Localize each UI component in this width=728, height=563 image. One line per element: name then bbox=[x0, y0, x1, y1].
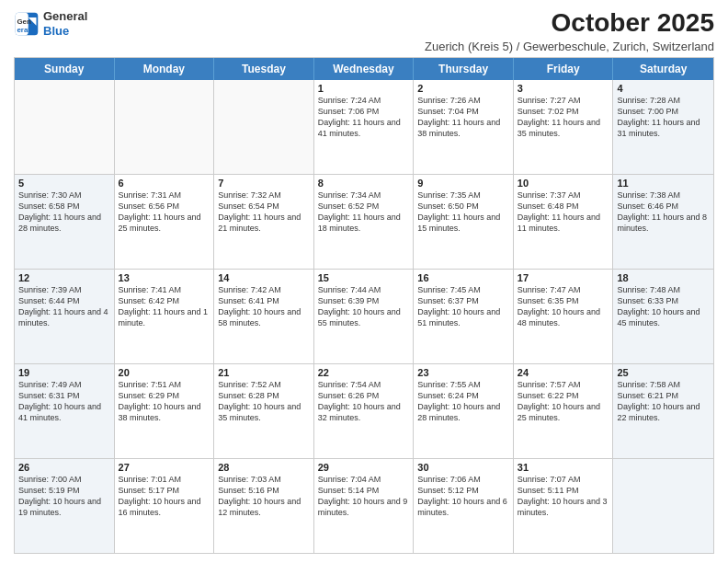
day-info: Sunrise: 7:37 AM Sunset: 6:48 PM Dayligh… bbox=[518, 190, 609, 235]
day-number: 5 bbox=[18, 178, 110, 189]
empty-cell-r4c6 bbox=[613, 459, 713, 553]
day-info: Sunrise: 7:54 AM Sunset: 6:26 PM Dayligh… bbox=[318, 379, 410, 424]
day-number: 24 bbox=[518, 367, 609, 378]
day-info: Sunrise: 7:45 AM Sunset: 6:37 PM Dayligh… bbox=[417, 284, 509, 329]
day-number: 29 bbox=[318, 462, 410, 473]
day-info: Sunrise: 7:52 AM Sunset: 6:28 PM Dayligh… bbox=[218, 379, 310, 424]
day-cell-1: 1Sunrise: 7:24 AM Sunset: 7:06 PM Daylig… bbox=[314, 80, 415, 174]
calendar-row-4: 26Sunrise: 7:00 AM Sunset: 5:19 PM Dayli… bbox=[15, 459, 713, 553]
logo-text: General Blue bbox=[43, 9, 87, 38]
day-cell-2: 2Sunrise: 7:26 AM Sunset: 7:04 PM Daylig… bbox=[414, 80, 514, 174]
day-number: 13 bbox=[119, 272, 210, 283]
day-info: Sunrise: 7:51 AM Sunset: 6:29 PM Dayligh… bbox=[119, 379, 210, 424]
day-info: Sunrise: 7:57 AM Sunset: 6:22 PM Dayligh… bbox=[518, 379, 609, 424]
day-info: Sunrise: 7:35 AM Sunset: 6:50 PM Dayligh… bbox=[417, 190, 509, 235]
empty-cell-r0c2 bbox=[214, 80, 314, 174]
day-cell-25: 25Sunrise: 7:58 AM Sunset: 6:21 PM Dayli… bbox=[613, 364, 713, 458]
header-day-sunday: Sunday bbox=[15, 58, 115, 80]
calendar: SundayMondayTuesdayWednesdayThursdayFrid… bbox=[14, 57, 714, 554]
day-info: Sunrise: 7:48 AM Sunset: 6:33 PM Dayligh… bbox=[617, 284, 710, 329]
day-info: Sunrise: 7:03 AM Sunset: 5:16 PM Dayligh… bbox=[218, 474, 310, 519]
day-number: 6 bbox=[119, 178, 210, 189]
header: Gen eral General Blue October 2025 Zueri… bbox=[14, 9, 714, 53]
day-cell-5: 5Sunrise: 7:30 AM Sunset: 6:58 PM Daylig… bbox=[15, 175, 115, 269]
day-cell-21: 21Sunrise: 7:52 AM Sunset: 6:28 PM Dayli… bbox=[214, 364, 314, 458]
day-number: 2 bbox=[417, 83, 509, 94]
header-day-tuesday: Tuesday bbox=[214, 58, 314, 80]
header-day-friday: Friday bbox=[514, 58, 614, 80]
day-info: Sunrise: 7:01 AM Sunset: 5:17 PM Dayligh… bbox=[119, 474, 210, 519]
day-number: 16 bbox=[417, 272, 509, 283]
day-cell-10: 10Sunrise: 7:37 AM Sunset: 6:48 PM Dayli… bbox=[514, 175, 614, 269]
day-info: Sunrise: 7:27 AM Sunset: 7:02 PM Dayligh… bbox=[518, 95, 609, 140]
day-info: Sunrise: 7:58 AM Sunset: 6:21 PM Dayligh… bbox=[617, 379, 710, 424]
day-info: Sunrise: 7:39 AM Sunset: 6:44 PM Dayligh… bbox=[18, 284, 110, 329]
logo-icon: Gen eral bbox=[14, 11, 40, 37]
day-number: 10 bbox=[518, 178, 609, 189]
day-info: Sunrise: 7:00 AM Sunset: 5:19 PM Dayligh… bbox=[18, 474, 110, 519]
day-number: 26 bbox=[18, 462, 110, 473]
day-cell-31: 31Sunrise: 7:07 AM Sunset: 5:11 PM Dayli… bbox=[514, 459, 614, 553]
day-number: 3 bbox=[518, 83, 609, 94]
day-cell-17: 17Sunrise: 7:47 AM Sunset: 6:35 PM Dayli… bbox=[514, 270, 614, 363]
calendar-page: Gen eral General Blue October 2025 Zueri… bbox=[0, 0, 728, 563]
day-cell-4: 4Sunrise: 7:28 AM Sunset: 7:00 PM Daylig… bbox=[613, 80, 713, 174]
calendar-row-0: 1Sunrise: 7:24 AM Sunset: 7:06 PM Daylig… bbox=[15, 80, 713, 175]
logo: Gen eral General Blue bbox=[14, 9, 87, 38]
day-info: Sunrise: 7:06 AM Sunset: 5:12 PM Dayligh… bbox=[417, 474, 509, 519]
day-cell-14: 14Sunrise: 7:42 AM Sunset: 6:41 PM Dayli… bbox=[214, 270, 314, 363]
day-number: 21 bbox=[218, 367, 310, 378]
month-title: October 2025 bbox=[425, 9, 714, 38]
day-number: 30 bbox=[417, 462, 509, 473]
calendar-header: SundayMondayTuesdayWednesdayThursdayFrid… bbox=[15, 58, 713, 80]
day-info: Sunrise: 7:04 AM Sunset: 5:14 PM Dayligh… bbox=[318, 474, 410, 519]
day-cell-27: 27Sunrise: 7:01 AM Sunset: 5:17 PM Dayli… bbox=[115, 459, 215, 553]
day-info: Sunrise: 7:32 AM Sunset: 6:54 PM Dayligh… bbox=[218, 190, 310, 235]
day-info: Sunrise: 7:26 AM Sunset: 7:04 PM Dayligh… bbox=[417, 95, 509, 140]
day-number: 28 bbox=[218, 462, 310, 473]
empty-cell-r0c1 bbox=[115, 80, 215, 174]
day-info: Sunrise: 7:07 AM Sunset: 5:11 PM Dayligh… bbox=[518, 474, 609, 519]
day-number: 31 bbox=[518, 462, 609, 473]
title-block: October 2025 Zuerich (Kreis 5) / Gewerbe… bbox=[425, 9, 714, 53]
day-number: 7 bbox=[218, 178, 310, 189]
day-info: Sunrise: 7:34 AM Sunset: 6:52 PM Dayligh… bbox=[318, 190, 410, 235]
svg-text:Gen: Gen bbox=[17, 17, 31, 26]
svg-text:eral: eral bbox=[17, 25, 30, 33]
day-number: 4 bbox=[617, 83, 710, 94]
calendar-row-3: 19Sunrise: 7:49 AM Sunset: 6:31 PM Dayli… bbox=[15, 364, 713, 459]
day-info: Sunrise: 7:47 AM Sunset: 6:35 PM Dayligh… bbox=[518, 284, 609, 329]
day-number: 25 bbox=[617, 367, 710, 378]
subtitle: Zuerich (Kreis 5) / Gewerbeschule, Zuric… bbox=[425, 40, 714, 53]
day-cell-3: 3Sunrise: 7:27 AM Sunset: 7:02 PM Daylig… bbox=[514, 80, 614, 174]
day-info: Sunrise: 7:41 AM Sunset: 6:42 PM Dayligh… bbox=[119, 284, 210, 329]
day-number: 12 bbox=[18, 272, 110, 283]
day-cell-19: 19Sunrise: 7:49 AM Sunset: 6:31 PM Dayli… bbox=[15, 364, 115, 458]
day-cell-7: 7Sunrise: 7:32 AM Sunset: 6:54 PM Daylig… bbox=[214, 175, 314, 269]
day-cell-30: 30Sunrise: 7:06 AM Sunset: 5:12 PM Dayli… bbox=[414, 459, 514, 553]
header-day-monday: Monday bbox=[115, 58, 215, 80]
day-cell-13: 13Sunrise: 7:41 AM Sunset: 6:42 PM Dayli… bbox=[115, 270, 215, 363]
day-cell-18: 18Sunrise: 7:48 AM Sunset: 6:33 PM Dayli… bbox=[613, 270, 713, 363]
day-info: Sunrise: 7:44 AM Sunset: 6:39 PM Dayligh… bbox=[318, 284, 410, 329]
day-cell-6: 6Sunrise: 7:31 AM Sunset: 6:56 PM Daylig… bbox=[115, 175, 215, 269]
logo-general: General bbox=[43, 9, 87, 24]
day-number: 14 bbox=[218, 272, 310, 283]
empty-cell-r0c0 bbox=[15, 80, 115, 174]
day-info: Sunrise: 7:55 AM Sunset: 6:24 PM Dayligh… bbox=[417, 379, 509, 424]
day-cell-22: 22Sunrise: 7:54 AM Sunset: 6:26 PM Dayli… bbox=[314, 364, 415, 458]
day-cell-15: 15Sunrise: 7:44 AM Sunset: 6:39 PM Dayli… bbox=[314, 270, 415, 363]
day-cell-29: 29Sunrise: 7:04 AM Sunset: 5:14 PM Dayli… bbox=[314, 459, 415, 553]
day-number: 18 bbox=[617, 272, 710, 283]
day-number: 17 bbox=[518, 272, 609, 283]
day-info: Sunrise: 7:38 AM Sunset: 6:46 PM Dayligh… bbox=[617, 190, 710, 235]
day-cell-20: 20Sunrise: 7:51 AM Sunset: 6:29 PM Dayli… bbox=[115, 364, 215, 458]
day-number: 19 bbox=[18, 367, 110, 378]
day-cell-23: 23Sunrise: 7:55 AM Sunset: 6:24 PM Dayli… bbox=[414, 364, 514, 458]
day-cell-11: 11Sunrise: 7:38 AM Sunset: 6:46 PM Dayli… bbox=[613, 175, 713, 269]
day-number: 11 bbox=[617, 178, 710, 189]
day-info: Sunrise: 7:31 AM Sunset: 6:56 PM Dayligh… bbox=[119, 190, 210, 235]
day-info: Sunrise: 7:30 AM Sunset: 6:58 PM Dayligh… bbox=[18, 190, 110, 235]
calendar-row-1: 5Sunrise: 7:30 AM Sunset: 6:58 PM Daylig… bbox=[15, 175, 713, 270]
day-cell-16: 16Sunrise: 7:45 AM Sunset: 6:37 PM Dayli… bbox=[414, 270, 514, 363]
